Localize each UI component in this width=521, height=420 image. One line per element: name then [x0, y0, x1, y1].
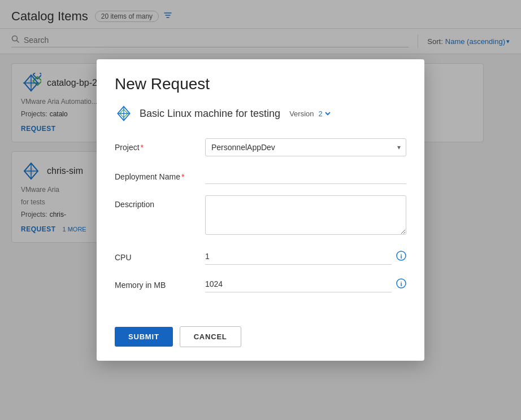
cpu-input[interactable]	[205, 248, 392, 265]
memory-input[interactable]	[205, 276, 392, 292]
cancel-button[interactable]: CANCEL	[180, 326, 241, 347]
modal-title: New Request	[115, 75, 406, 93]
deployment-name-label: Deployment Name*	[115, 168, 205, 181]
memory-field-row: Memory in MB i	[115, 276, 406, 292]
svg-text:i: i	[400, 280, 402, 287]
version-label: Version	[289, 110, 314, 118]
deployment-name-input[interactable]	[205, 168, 406, 184]
description-field-row: Description	[115, 195, 406, 237]
memory-label: Memory in MB	[115, 276, 205, 290]
modal-item-icon	[115, 104, 133, 123]
modal-item-name: Basic Linux machine for testing	[140, 108, 280, 120]
version-select[interactable]: 2 1	[316, 109, 332, 119]
memory-info-icon[interactable]: i	[396, 278, 406, 291]
submit-button[interactable]: SUBMIT	[115, 327, 173, 347]
memory-input-wrap: i	[205, 276, 406, 292]
cpu-label: CPU	[115, 248, 205, 262]
cpu-input-wrap: i	[205, 248, 406, 265]
description-label: Description	[115, 195, 205, 209]
description-control	[205, 195, 406, 237]
project-label: Project*	[115, 138, 205, 152]
memory-control: i	[205, 276, 406, 292]
svg-text:i: i	[400, 252, 402, 259]
deployment-name-field-row: Deployment Name*	[115, 168, 406, 184]
cpu-control: i	[205, 248, 406, 265]
modal-body: New Request Basic Linux machine for test…	[97, 59, 424, 317]
cpu-info-icon[interactable]: i	[396, 251, 406, 263]
cpu-field-row: CPU i	[115, 248, 406, 265]
modal-overlay: New Request Basic Linux machine for test…	[0, 0, 521, 420]
description-textarea[interactable]	[205, 195, 406, 235]
modal-footer: SUBMIT CANCEL	[97, 317, 424, 361]
modal-subtitle-row: Basic Linux machine for testing Version …	[115, 104, 406, 123]
deployment-name-control	[205, 168, 406, 184]
new-request-modal: New Request Basic Linux machine for test…	[97, 59, 424, 361]
project-control: PersonnelAppDev ▾	[205, 138, 406, 156]
project-field-row: Project* PersonnelAppDev ▾	[115, 138, 406, 156]
project-select[interactable]: PersonnelAppDev	[205, 138, 406, 156]
